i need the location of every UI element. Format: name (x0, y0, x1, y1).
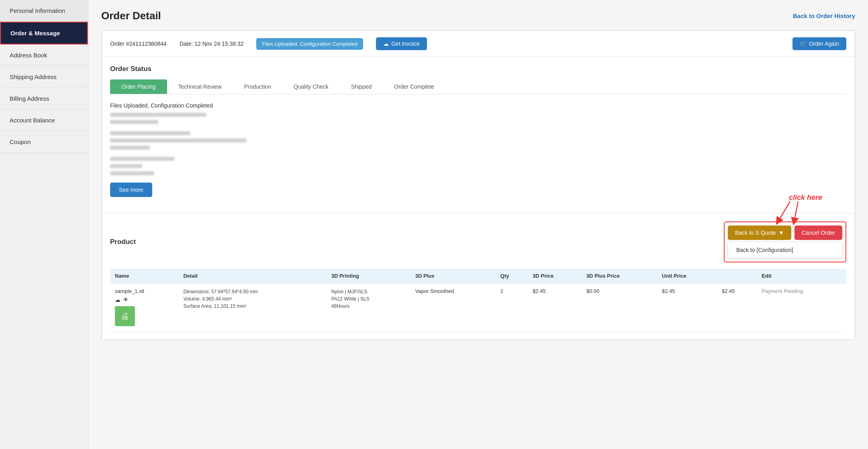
product-header: Product click here (110, 221, 846, 262)
product-table: Name Detail 3D Printing 3D Plus Qty 3D P… (110, 269, 846, 331)
col-total (717, 269, 757, 283)
sidebar-item-coupon[interactable]: Coupon (0, 131, 88, 153)
page-header: Order Detail Back to Order History (101, 10, 855, 22)
cell-unit-price: $2.45 (657, 283, 717, 331)
detail-surface: Surface Area: 11,101.15 mm² (183, 303, 321, 310)
cell-3d-plus: Vapor Smoothed (411, 283, 496, 331)
sidebar-item-account-balance[interactable]: Account Balance (0, 110, 88, 131)
cloud-upload-icon: ☁ (115, 297, 120, 303)
eye-icon: 👁 (123, 297, 129, 303)
col-name: Name (110, 269, 178, 283)
status-tabs: Order Placing Technical Review Productio… (110, 79, 846, 94)
cell-status: Payment Pending (757, 283, 846, 331)
order-status-section: Order Status Order Placing Technical Rev… (102, 57, 855, 213)
product-thumbnail: 🖨 (115, 306, 135, 326)
col-3d-plus: 3D Plus (411, 269, 496, 283)
col-edit: Edit (757, 269, 846, 283)
col-unit-price: Unit Price (657, 269, 717, 283)
col-qty: Qty (496, 269, 528, 283)
order-again-button[interactable]: 🛒 Order Again (792, 37, 846, 50)
product-name: sample_1.stl (115, 288, 174, 294)
tab-order-placing[interactable]: Order Placing (110, 79, 167, 94)
page-title: Order Detail (101, 10, 161, 22)
cell-qty: 1 (496, 283, 528, 331)
cell-detail: Dimensions: 57.94*57.94*4.50 mm Volume: … (178, 283, 326, 331)
cloud-icon: ☁ (383, 41, 389, 47)
sidebar-item-billing-address[interactable]: Billing Address (0, 88, 88, 110)
highlight-box: Back to S Quote ▼ Cancel Order Back to [… (724, 221, 846, 262)
sidebar-item-personal-information[interactable]: Personal Information (0, 0, 88, 22)
sidebar: Personal Information Order & Message Add… (0, 0, 88, 449)
message-status-text: Files Uploaded, Configuration Completed (110, 102, 846, 109)
blurred-content-2 (110, 131, 846, 150)
main-content: Order Detail Back to Order History Order… (88, 0, 868, 449)
cell-name: sample_1.stl ☁ 👁 🖨 (110, 283, 178, 331)
back-to-configuration-dropdown[interactable]: Back to [Configuration] (728, 242, 842, 258)
dropdown-arrow-icon: ▼ (778, 230, 784, 236)
back-to-order-history-link[interactable]: Back to Order History (793, 12, 855, 19)
order-status-badge: Files Uploaded, Configuration Completed (256, 38, 363, 50)
product-actions: click here (724, 221, 846, 262)
cell-3d-plus-price: $0.00 (582, 283, 657, 331)
product-title: Product (110, 238, 136, 246)
order-number: Order #241112360844 (110, 41, 167, 47)
tab-order-complete[interactable]: Order Complete (383, 79, 445, 94)
tab-production[interactable]: Production (233, 79, 282, 94)
col-3d-plus-price: 3D Plus Price (582, 269, 657, 283)
order-date: Date: 12 Nov 24 15:38:32 (180, 41, 244, 47)
tab-quality-check[interactable]: Quality Check (282, 79, 340, 94)
detail-dimensions: Dimensions: 57.94*57.94*4.50 mm (183, 288, 321, 295)
order-info-bar: Order #241112360844 Date: 12 Nov 24 15:3… (102, 30, 855, 57)
col-detail: Detail (178, 269, 326, 283)
blurred-content-1 (110, 113, 846, 124)
see-more-button[interactable]: See more (110, 183, 152, 197)
get-invoice-button[interactable]: ☁ Get Invoice (376, 37, 427, 50)
table-header-row: Name Detail 3D Printing 3D Plus Qty 3D P… (110, 269, 846, 283)
detail-volume: Volume: 4,965.44 mm³ (183, 295, 321, 303)
order-sections: Order #241112360844 Date: 12 Nov 24 15:3… (101, 30, 855, 340)
payment-status: Payment Pending (762, 288, 803, 294)
tab-technical-review[interactable]: Technical Review (167, 79, 233, 94)
sidebar-item-order-message[interactable]: Order & Message (0, 22, 88, 45)
blurred-content-3 (110, 157, 846, 175)
product-section: Product click here (102, 213, 855, 340)
sidebar-item-address-book[interactable]: Address Book (0, 45, 88, 66)
printing-details: Nylon | MJF/SLS PA12 White | SLS 48Hours (331, 288, 406, 310)
back-to-quote-button[interactable]: Back to S Quote ▼ (728, 226, 791, 240)
order-messages: Files Uploaded, Configuration Completed … (110, 102, 846, 213)
cell-3d-printing: Nylon | MJF/SLS PA12 White | SLS 48Hours (327, 283, 411, 331)
table-row: sample_1.stl ☁ 👁 🖨 Dimensions: 57 (110, 283, 846, 331)
col-3d-printing: 3D Printing (327, 269, 411, 283)
cart-icon: 🛒 (800, 41, 807, 47)
cancel-order-button[interactable]: Cancel Order (794, 226, 842, 240)
cell-3d-price: $2.45 (528, 283, 582, 331)
tab-shipped[interactable]: Shipped (340, 79, 383, 94)
order-status-title: Order Status (110, 65, 846, 73)
cell-total: $2.45 (717, 283, 757, 331)
product-icons: ☁ 👁 (115, 297, 174, 303)
sidebar-item-shipping-address[interactable]: Shipping Address (0, 66, 88, 88)
col-3d-price: 3D Price (528, 269, 582, 283)
